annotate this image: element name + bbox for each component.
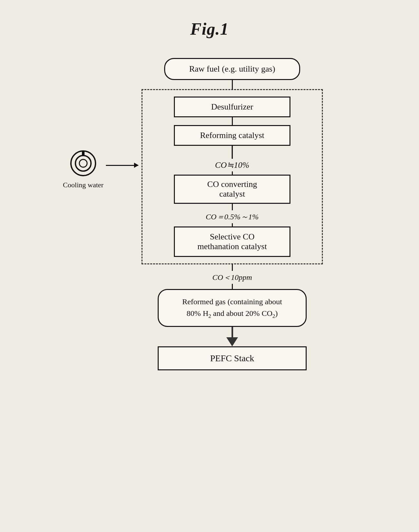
v-line [232, 80, 233, 89]
pefc-stack-box: PEFC Stack [158, 346, 307, 370]
v-line [232, 264, 233, 271]
arrow-raw-to-desulf [232, 80, 233, 89]
v-line [232, 146, 233, 159]
reformed-gas-box: Reformed gas (containing about80% H2 and… [158, 289, 307, 327]
co-10-label-row: CO≒10% [152, 159, 312, 171]
svg-point-2 [79, 159, 87, 167]
cooling-water-label: Cooling water [63, 180, 103, 190]
co-05-row: CO＝0.5%～1% [152, 204, 312, 226]
cooling-water-section: Cooling water [57, 149, 109, 190]
v-line [232, 117, 233, 125]
selective-co-box: Selective CO methanation catalyst [174, 226, 290, 257]
arrow-to-co-convert [232, 171, 233, 175]
cooling-water-icon [69, 149, 98, 178]
co-converting-box: CO converting catalyst [174, 175, 290, 204]
selective-co-line2: methanation catalyst [181, 242, 283, 251]
co-10ppm-row: CO＜10ppm [116, 264, 349, 289]
v-line [232, 284, 233, 289]
v-line [232, 204, 233, 210]
desulfurizer-box: Desulfurizer [174, 97, 290, 117]
co-10ppm-label: CO＜10ppm [212, 272, 252, 283]
big-arrow-to-pefc [226, 327, 238, 346]
cooling-arrow [106, 165, 138, 166]
svg-rect-3 [82, 151, 85, 156]
v-line-thick [232, 327, 233, 337]
selective-co-line1: Selective CO [181, 232, 283, 242]
v-line [232, 171, 233, 175]
co-converting-line1: CO converting [181, 179, 283, 189]
dashed-process-region: Desulfurizer Reforming catalyst CO≒10% [142, 89, 323, 264]
co-converting-line2: catalyst [181, 189, 283, 199]
figure-title: Fig.1 [190, 19, 229, 39]
svg-point-1 [75, 156, 91, 171]
raw-fuel-box: Raw fuel (e.g. utility gas) [164, 58, 300, 80]
bold-arrow-down [226, 337, 238, 346]
main-flow: Raw fuel (e.g. utility gas) Desulfurizer… [116, 58, 349, 370]
co-05-label: CO＝0.5%～1% [206, 212, 258, 222]
arrow-desulf-to-reform [232, 117, 233, 125]
reforming-catalyst-box: Reforming catalyst [174, 125, 290, 146]
v-line [232, 223, 233, 226]
co-10-label: CO≒10% [215, 160, 249, 170]
